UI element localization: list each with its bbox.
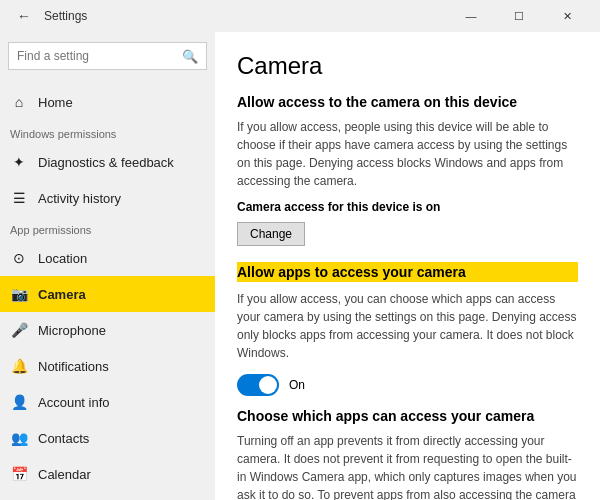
- sidebar-item-accountinfo[interactable]: 👤 Account info: [0, 384, 215, 420]
- toggle-label: On: [289, 378, 305, 392]
- app-access-desc: If you allow access, you can choose whic…: [237, 290, 578, 362]
- toggle-knob: [259, 376, 277, 394]
- activity-icon: ☰: [10, 190, 28, 206]
- camera-status: Camera access for this device is on: [237, 200, 578, 214]
- sidebar-item-contacts[interactable]: 👥 Contacts: [0, 420, 215, 456]
- window-title: Settings: [38, 9, 448, 23]
- app-access-highlight: Allow apps to access your camera: [237, 262, 578, 282]
- sidebar-item-label: Home: [38, 95, 73, 110]
- content-area: 🔍 ⌂ Home Windows permissions ✦ Diagnosti…: [0, 32, 600, 500]
- camera-icon: 📷: [10, 286, 28, 302]
- search-input[interactable]: [17, 49, 182, 63]
- diagnostics-icon: ✦: [10, 154, 28, 170]
- sidebar-item-microphone[interactable]: 🎤 Microphone: [0, 312, 215, 348]
- maximize-button[interactable]: ☐: [496, 0, 542, 32]
- search-box[interactable]: 🔍: [8, 42, 207, 70]
- titlebar: ← Settings — ☐ ✕: [0, 0, 600, 32]
- sidebar-section-app: App permissions: [0, 216, 215, 240]
- toggle-row: On: [237, 374, 578, 396]
- device-access-desc: If you allow access, people using this d…: [237, 118, 578, 190]
- sidebar-item-home[interactable]: ⌂ Home: [0, 84, 215, 120]
- sidebar-item-location[interactable]: ⊙ Location: [0, 240, 215, 276]
- sidebar: 🔍 ⌂ Home Windows permissions ✦ Diagnosti…: [0, 32, 215, 500]
- sidebar-item-label: Location: [38, 251, 87, 266]
- minimize-button[interactable]: —: [448, 0, 494, 32]
- location-icon: ⊙: [10, 250, 28, 266]
- choose-apps-title: Choose which apps can access your camera: [237, 408, 578, 424]
- sidebar-section-windows: Windows permissions: [0, 120, 215, 144]
- sidebar-item-label: Account info: [38, 395, 110, 410]
- sidebar-item-label: Diagnostics & feedback: [38, 155, 174, 170]
- sidebar-item-label: Microphone: [38, 323, 106, 338]
- sidebar-item-notifications[interactable]: 🔔 Notifications: [0, 348, 215, 384]
- sidebar-item-label: Calendar: [38, 467, 91, 482]
- camera-toggle[interactable]: [237, 374, 279, 396]
- back-button[interactable]: ←: [10, 2, 38, 30]
- search-icon: 🔍: [182, 49, 198, 64]
- sidebar-item-calendar[interactable]: 📅 Calendar: [0, 456, 215, 492]
- contacts-icon: 👥: [10, 430, 28, 446]
- sidebar-item-camera[interactable]: 📷 Camera: [0, 276, 215, 312]
- choose-apps-desc: Turning off an app prevents it from dire…: [237, 432, 578, 500]
- app-access-title: Allow apps to access your camera: [237, 264, 578, 280]
- sidebar-item-diagnostics[interactable]: ✦ Diagnostics & feedback: [0, 144, 215, 180]
- sidebar-item-label: Contacts: [38, 431, 89, 446]
- sidebar-item-activity[interactable]: ☰ Activity history: [0, 180, 215, 216]
- calendar-icon: 📅: [10, 466, 28, 482]
- settings-window: ← Settings — ☐ ✕ 🔍 ⌂ Home Windows permis…: [0, 0, 600, 500]
- notifications-icon: 🔔: [10, 358, 28, 374]
- sidebar-item-label: Camera: [38, 287, 86, 302]
- sidebar-item-label: Notifications: [38, 359, 109, 374]
- account-icon: 👤: [10, 394, 28, 410]
- window-controls: — ☐ ✕: [448, 0, 590, 32]
- home-icon: ⌂: [10, 94, 28, 110]
- microphone-icon: 🎤: [10, 322, 28, 338]
- main-content: Camera Allow access to the camera on thi…: [215, 32, 600, 500]
- change-button[interactable]: Change: [237, 222, 305, 246]
- device-access-title: Allow access to the camera on this devic…: [237, 94, 578, 110]
- sidebar-item-label: Activity history: [38, 191, 121, 206]
- page-title: Camera: [237, 52, 578, 80]
- close-button[interactable]: ✕: [544, 0, 590, 32]
